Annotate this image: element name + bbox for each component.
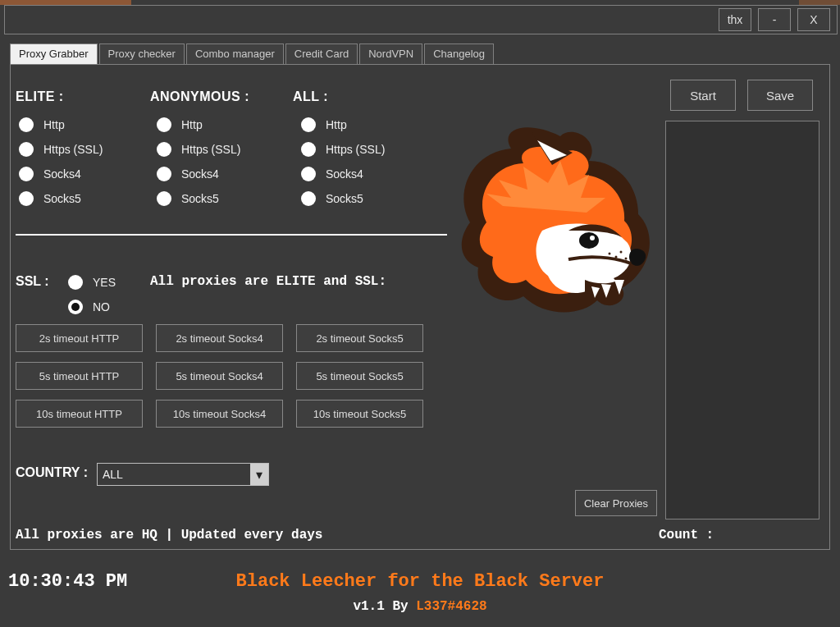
timeout-10s-socks5[interactable]: 10s timeout Socks5 xyxy=(296,400,423,428)
footer-version: v1.1 By xyxy=(353,599,416,614)
tab-credit-card[interactable]: Credit Card xyxy=(285,43,358,65)
ssl-options: YES NO xyxy=(68,270,116,319)
radio-label: Https (SSL) xyxy=(181,143,240,156)
radio-ssl-yes[interactable] xyxy=(68,275,83,290)
timeout-buttons: 2s timeout HTTP 2s timeout Socks4 2s tim… xyxy=(16,324,423,428)
elite-options: Http Https (SSL) Socks4 Socks5 xyxy=(19,112,103,211)
radio-elite-socks5[interactable] xyxy=(19,191,34,206)
svg-point-1 xyxy=(590,236,595,240)
radio-label: Socks5 xyxy=(181,192,219,205)
radio-elite-https[interactable] xyxy=(19,142,34,157)
radio-label: Http xyxy=(181,118,203,131)
svg-point-3 xyxy=(615,256,618,259)
country-label: COUNTRY : xyxy=(16,465,88,480)
close-button[interactable]: X xyxy=(797,8,830,31)
timeout-10s-http[interactable]: 10s timeout HTTP xyxy=(16,400,143,428)
svg-point-0 xyxy=(579,232,599,249)
chevron-down-icon: ▾ xyxy=(250,464,268,485)
radio-label: Http xyxy=(326,118,347,131)
all-options: Http Https (SSL) Socks4 Socks5 xyxy=(301,112,385,211)
radio-anon-http[interactable] xyxy=(157,117,171,132)
radio-label: YES xyxy=(93,276,116,289)
radio-label: Socks4 xyxy=(326,167,363,181)
timeout-5s-socks4[interactable]: 5s timeout Socks4 xyxy=(156,362,283,390)
minimize-button[interactable]: - xyxy=(758,8,791,31)
start-button[interactable]: Start xyxy=(670,80,736,111)
radio-all-socks5[interactable] xyxy=(301,191,316,206)
radio-anon-socks4[interactable] xyxy=(157,167,171,181)
timeout-2s-socks4[interactable]: 2s timeout Socks4 xyxy=(156,324,283,352)
tab-nordvpn[interactable]: NordVPN xyxy=(359,43,422,65)
group-header-anonymous: ANONYMOUS : xyxy=(150,89,249,104)
country-value: ALL xyxy=(98,468,250,481)
tab-changelog[interactable]: Changelog xyxy=(424,43,494,65)
group-header-elite: ELITE : xyxy=(16,89,64,104)
tab-proxy-grabber[interactable]: Proxy Grabber xyxy=(10,43,98,65)
fox-mascot-icon xyxy=(445,116,675,329)
timeout-5s-http[interactable]: 5s timeout HTTP xyxy=(16,362,143,390)
tab-combo-manager[interactable]: Combo manager xyxy=(186,43,284,65)
anonymous-options: Http Https (SSL) Socks4 Socks5 xyxy=(157,112,240,211)
save-button[interactable]: Save xyxy=(747,80,813,111)
radio-label: Http xyxy=(43,118,65,131)
footer-subtitle: v1.1 By L337#4628 xyxy=(0,599,840,614)
section-divider xyxy=(16,234,447,236)
radio-anon-https[interactable] xyxy=(157,142,171,157)
radio-elite-socks4[interactable] xyxy=(19,167,34,181)
svg-point-2 xyxy=(609,253,611,255)
radio-label: Socks5 xyxy=(326,192,363,205)
main-panel: ELITE : Http Https (SSL) Socks4 Socks5 A… xyxy=(10,64,830,550)
radio-label: NO xyxy=(93,300,110,314)
radio-label: Https (SSL) xyxy=(43,143,103,156)
radio-all-https[interactable] xyxy=(301,142,316,157)
tab-strip: Proxy Grabber Proxy checker Combo manage… xyxy=(10,43,495,65)
radio-label: Socks4 xyxy=(181,167,219,181)
thx-button[interactable]: thx xyxy=(719,8,751,31)
svg-point-4 xyxy=(620,251,623,254)
radio-elite-http[interactable] xyxy=(19,117,34,132)
timeout-5s-socks5[interactable]: 5s timeout Socks5 xyxy=(296,362,423,390)
radio-ssl-no[interactable] xyxy=(68,300,83,314)
timeout-2s-http[interactable]: 2s timeout HTTP xyxy=(16,324,143,352)
radio-label: Socks5 xyxy=(43,192,81,205)
radio-label: Https (SSL) xyxy=(326,143,385,156)
timeout-10s-socks4[interactable]: 10s timeout Socks4 xyxy=(156,400,283,428)
window-buttons: thx - X xyxy=(719,8,830,31)
group-header-all: ALL : xyxy=(293,89,328,104)
footer-author: L337#4628 xyxy=(416,599,486,614)
svg-point-5 xyxy=(625,258,628,260)
timeout-2s-socks5[interactable]: 2s timeout Socks5 xyxy=(296,324,423,352)
proxy-result-box[interactable] xyxy=(665,121,819,519)
titlebar-frame xyxy=(4,5,838,34)
radio-anon-socks5[interactable] xyxy=(157,191,171,206)
clear-proxies-button[interactable]: Clear Proxies xyxy=(575,490,657,516)
footer-title: Black Leecher for the Black Server xyxy=(0,571,840,592)
radio-label: Socks4 xyxy=(43,167,81,181)
hq-info-line: All proxies are HQ | Updated every days xyxy=(16,528,322,542)
count-label: Count : xyxy=(659,528,714,542)
radio-all-socks4[interactable] xyxy=(301,167,316,181)
tab-proxy-checker[interactable]: Proxy checker xyxy=(99,43,185,65)
radio-all-http[interactable] xyxy=(301,117,316,132)
country-select[interactable]: ALL ▾ xyxy=(97,463,269,486)
ssl-label: SSL : xyxy=(16,274,49,289)
elite-ssl-info: All proxies are ELITE and SSL: xyxy=(150,274,386,289)
